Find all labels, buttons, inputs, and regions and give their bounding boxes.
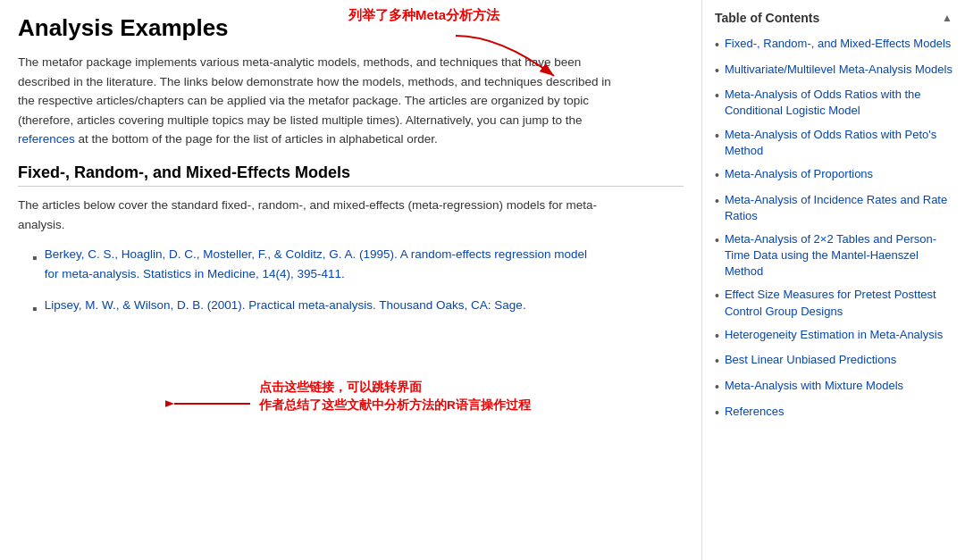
toc-link-1[interactable]: Fixed-, Random-, and Mixed-Effects Model… (725, 36, 951, 52)
toc-bullet-icon: • (715, 405, 719, 422)
list-item: ▪ Berkey, C. S., Hoaglin, D. C., Mostell… (32, 245, 604, 283)
toc-item: • Best Linear Unbiased Predictions (715, 352, 952, 371)
callout-bottom-arrow (165, 386, 255, 422)
toc-link-3[interactable]: Meta-Analysis of Odds Ratios with the Co… (725, 87, 952, 119)
toc-bullet-icon: • (715, 88, 719, 105)
callout-top-arrow (447, 27, 608, 98)
toc-item: • Effect Size Measures for Pretest Postt… (715, 287, 952, 319)
toc-item: • Multivariate/Multilevel Meta-Analysis … (715, 62, 952, 80)
toc-bullet-icon: • (715, 128, 719, 146)
toc-link-4[interactable]: Meta-Analysis of Odds Ratios with Peto's… (725, 127, 952, 159)
toc-sidebar: Table of Contents ▲ • Fixed-, Random-, a… (701, 0, 965, 560)
toc-link-11[interactable]: Meta-Analysis with Mixture Models (725, 378, 903, 394)
bullet-icon: ▪ (32, 297, 38, 321)
toc-title-text: Table of Contents (715, 11, 819, 25)
callout-top-annotation: 列举了多种Meta分析方法 (348, 7, 499, 24)
toc-link-5[interactable]: Meta-Analysis of Proportions (725, 166, 873, 182)
toc-bullet-icon: • (715, 328, 719, 346)
ref2-text: Lipsey, M. W., & Wilson, D. B. (2001). P… (45, 296, 526, 315)
toc-item: • Meta-Analysis with Mixture Models (715, 378, 952, 397)
main-content: Analysis Examples 列举了多种Meta分析方法 The meta… (0, 0, 701, 560)
toc-bullet-icon: • (715, 37, 719, 54)
toc-bullet-icon: • (715, 353, 719, 371)
references-link[interactable]: references (18, 132, 75, 146)
toc-link-2[interactable]: Multivariate/Multilevel Meta-Analysis Mo… (725, 62, 952, 78)
toc-item: • Meta-Analysis of Odds Ratios with the … (715, 87, 952, 119)
toc-item: • Heterogeneity Estimation in Meta-Analy… (715, 327, 952, 346)
ref1-link[interactable]: Berkey, C. S., Hoaglin, D. C., Mosteller… (45, 247, 587, 280)
toc-link-6[interactable]: Meta-Analysis of Incidence Rates and Rat… (725, 192, 952, 224)
callout-bottom-annotation: 点击这些链接，可以跳转界面 作者总结了这些文献中分析方法的R语言操作过程 (259, 379, 531, 415)
toc-link-7[interactable]: Meta-Analysis of 2×2 Tables and Person-T… (725, 231, 952, 280)
ref1-text: Berkey, C. S., Hoaglin, D. C., Mosteller… (45, 245, 604, 283)
toc-item: • Fixed-, Random-, and Mixed-Effects Mod… (715, 36, 952, 54)
toc-bullet-icon: • (715, 379, 719, 397)
reference-list: ▪ Berkey, C. S., Hoaglin, D. C., Mostell… (32, 245, 684, 321)
toc-link-12[interactable]: References (725, 404, 784, 420)
ref2-link[interactable]: Lipsey, M. W., & Wilson, D. B. (2001). P… (45, 298, 526, 312)
toc-bullet-icon: • (715, 232, 719, 250)
toc-scroll-top-button[interactable]: ▲ (942, 12, 952, 24)
list-item: ▪ Lipsey, M. W., & Wilson, D. B. (2001).… (32, 296, 604, 321)
toc-item: • References (715, 404, 952, 422)
toc-bullet-icon: • (715, 193, 719, 211)
toc-item: • Meta-Analysis of Incidence Rates and R… (715, 192, 952, 224)
section1-title: Fixed-, Random-, and Mixed-Effects Model… (18, 163, 684, 187)
toc-bullet-icon: • (715, 167, 719, 185)
toc-link-8[interactable]: Effect Size Measures for Pretest Posttes… (725, 287, 952, 319)
toc-item: • Meta-Analysis of Odds Ratios with Peto… (715, 127, 952, 159)
toc-link-9[interactable]: Heterogeneity Estimation in Meta-Analysi… (725, 327, 943, 343)
toc-header: Table of Contents ▲ (715, 11, 952, 25)
toc-item: • Meta-Analysis of Proportions (715, 166, 952, 185)
toc-bullet-icon: • (715, 63, 719, 80)
bullet-icon: ▪ (32, 247, 38, 270)
toc-bullet-icon: • (715, 288, 719, 305)
toc-link-10[interactable]: Best Linear Unbiased Predictions (725, 352, 896, 368)
section1-desc: The articles below cover the standard fi… (18, 196, 625, 234)
toc-item: • Meta-Analysis of 2×2 Tables and Person… (715, 231, 952, 280)
toc-list: • Fixed-, Random-, and Mixed-Effects Mod… (715, 36, 952, 422)
